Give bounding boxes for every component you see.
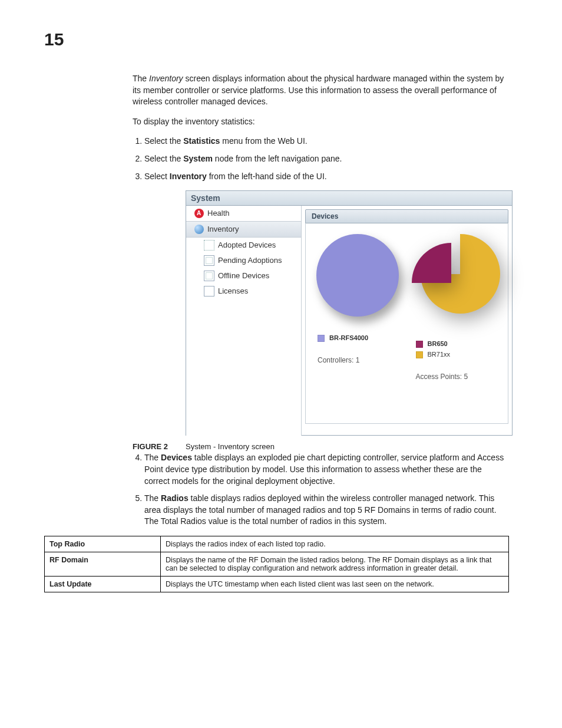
devices-panel-header: Devices — [305, 209, 508, 223]
field-desc: Displays the name of the RF Domain the l… — [161, 552, 509, 576]
system-inventory-screenshot: System Health Inventory Adopted Devices … — [186, 190, 513, 436]
radios-field-table: Top Radio Displays the radios index of e… — [44, 536, 509, 592]
pending-icon — [204, 255, 214, 266]
offline-icon — [204, 271, 214, 281]
step-item: The Radios table displays radios deploye… — [144, 493, 509, 528]
pie-chart-aps — [412, 234, 500, 322]
table-row: Top Radio Displays the radios index of e… — [45, 536, 509, 552]
controllers-chart: BR-RFS4000 Controllers: 1 — [312, 234, 404, 417]
sidebar-item-adopted-devices[interactable]: Adopted Devices — [186, 238, 301, 253]
devices-panel-body: BR-RFS4000 Controllers: 1 BR65 — [305, 223, 508, 424]
adopted-icon — [204, 240, 214, 251]
steps-list-a: Select the Statistics menu from the Web … — [144, 136, 509, 182]
figure-screenshot: System Health Inventory Adopted Devices … — [186, 190, 509, 436]
field-name: Top Radio — [45, 536, 161, 552]
sidebar-nav: Health Inventory Adopted Devices Pending… — [186, 206, 302, 436]
aps-chart: BR650 BR71xx Access Points: 5 — [410, 234, 503, 417]
chapter-number: 15 — [44, 29, 509, 50]
intro-paragraph: The Inventory screen displays informatio… — [133, 73, 509, 108]
swatch-icon — [416, 351, 423, 358]
controllers-count: Controllers: 1 — [312, 355, 359, 365]
step-item: Select the Statistics menu from the Web … — [144, 136, 509, 147]
sidebar-item-pending-adoptions[interactable]: Pending Adoptions — [186, 253, 301, 268]
sidebar-item-inventory[interactable]: Inventory — [186, 221, 301, 238]
figure-caption: FIGURE 2System - Inventory screen — [133, 442, 509, 452]
step-item: Select Inventory from the left-hand side… — [144, 171, 509, 183]
legend-controllers: BR-RFS4000 — [312, 333, 368, 344]
pie-chart-controllers — [316, 234, 399, 317]
aps-count: Access Points: 5 — [410, 372, 468, 382]
step-item: Select the System node from the left nav… — [144, 153, 509, 165]
pie-slice-br650 — [412, 243, 491, 322]
field-name: Last Update — [45, 576, 161, 592]
globe-icon — [194, 225, 204, 234]
intro-lead: To display the inventory statistics: — [133, 116, 509, 128]
licenses-icon — [204, 286, 214, 297]
step-item: The Devices table displays an exploded p… — [144, 452, 509, 487]
legend-aps: BR650 BR71xx — [410, 339, 451, 360]
field-desc: Displays the UTC timestamp when each lis… — [161, 576, 509, 592]
table-row: Last Update Displays the UTC timestamp w… — [45, 576, 509, 592]
steps-list-b: The Devices table displays an exploded p… — [144, 452, 509, 528]
field-name: RF Domain — [45, 552, 161, 576]
swatch-icon — [318, 335, 325, 342]
sidebar-item-licenses[interactable]: Licenses — [186, 284, 301, 299]
sidebar-item-health[interactable]: Health — [186, 206, 301, 221]
heart-icon — [194, 209, 204, 218]
swatch-icon — [416, 341, 423, 348]
table-row: RF Domain Displays the name of the RF Do… — [45, 552, 509, 576]
sidebar-item-offline-devices[interactable]: Offline Devices — [186, 268, 301, 284]
field-desc: Displays the radios index of each listed… — [161, 536, 509, 552]
panel-header: System — [186, 191, 512, 206]
